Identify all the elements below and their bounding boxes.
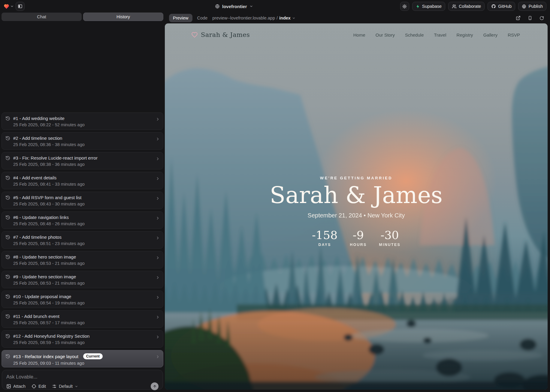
settings-button[interactable] [400, 2, 409, 11]
supabase-button[interactable]: Supabase [412, 2, 445, 11]
gear-icon [402, 4, 407, 9]
model-selector[interactable]: Default [52, 384, 78, 389]
edit-target-icon [32, 384, 36, 389]
history-item[interactable]: #8 - Update hero section image 25 Feb 20… [2, 251, 163, 268]
chevron-right-icon[interactable] [156, 117, 160, 121]
hero-title: Sarah & James [165, 183, 548, 207]
history-item-title: #9 - Update hero section image [13, 274, 76, 279]
chat-input[interactable]: Ask Lovable... [6, 374, 159, 380]
history-item-title: #2 - Add timeline section [13, 136, 62, 141]
history-list: #1 - Add wedding website 25 Feb 2025, 08… [2, 23, 163, 367]
github-button[interactable]: GitHub [488, 2, 515, 11]
history-item[interactable]: #4 - Add event details 25 Feb 2025, 08:4… [2, 172, 163, 189]
chevron-right-icon[interactable] [156, 275, 160, 280]
history-item-meta: 25 Feb 2025, 09:03 - 11 minutes ago [13, 361, 153, 366]
url-separator: / [277, 16, 278, 20]
attach-button[interactable]: Attach [6, 384, 26, 389]
history-clock-icon [5, 255, 10, 259]
chevron-down-icon [292, 16, 295, 20]
chevron-right-icon[interactable] [156, 256, 160, 260]
supabase-label: Supabase [422, 4, 442, 9]
chevron-right-icon[interactable] [156, 355, 160, 359]
site-header: Sarah & James HomeOur StoryScheduleTrave… [165, 23, 548, 38]
site-preview: Sarah & James HomeOur StoryScheduleTrave… [165, 23, 548, 390]
nav-link[interactable]: Home [353, 32, 365, 37]
refresh-icon [539, 16, 544, 20]
external-link-icon [516, 16, 521, 20]
github-label: GitHub [498, 4, 512, 9]
site-nav: HomeOur StoryScheduleTravelRegistryGalle… [353, 32, 520, 37]
history-item[interactable]: #7 - Add timeline photos 25 Feb 2025, 08… [2, 231, 163, 249]
open-external-button[interactable] [516, 16, 521, 20]
history-item[interactable]: #1 - Add wedding website 25 Feb 2025, 08… [2, 112, 163, 130]
history-item-title: #12 - Add Honeyfund Registry Section [13, 334, 89, 339]
history-clock-icon [5, 116, 10, 121]
mode-label: Default [59, 384, 73, 389]
history-item-title: #4 - Add event details [13, 175, 56, 180]
project-name: lovefrontier [222, 4, 247, 9]
mobile-icon [528, 16, 532, 20]
nav-link[interactable]: Travel [434, 32, 446, 37]
refresh-button[interactable] [539, 16, 544, 20]
edit-mode-button[interactable]: Edit [32, 384, 46, 389]
countdown-unit: -158DAYS [312, 229, 337, 247]
chevron-right-icon[interactable] [156, 335, 160, 339]
history-clock-icon [5, 235, 10, 240]
countdown-unit: -30MINUTES [379, 229, 400, 247]
toggle-sidebar-button[interactable] [16, 2, 25, 11]
chevron-right-icon[interactable] [156, 176, 160, 181]
collaborate-button[interactable]: Collaborate [448, 2, 485, 11]
heart-outline-icon [191, 32, 198, 38]
chevron-right-icon[interactable] [156, 236, 160, 240]
history-item-title: #7 - Add timeline photos [13, 235, 62, 240]
nav-link[interactable]: Our Story [376, 32, 395, 37]
history-item[interactable]: #2 - Add timeline section 25 Feb 2025, 0… [2, 132, 163, 150]
history-item[interactable]: #13 - Refactor index page layout Current… [2, 350, 163, 367]
chevron-right-icon[interactable] [156, 216, 160, 220]
history-item[interactable]: #11 - Add brunch event 25 Feb 2025, 08:5… [2, 310, 163, 328]
tab-preview[interactable]: Preview [169, 14, 192, 22]
site-brand[interactable]: Sarah & James [191, 31, 250, 38]
history-item[interactable]: #6 - Update navigation links 25 Feb 2025… [2, 211, 163, 229]
chevron-right-icon[interactable] [156, 315, 160, 319]
history-item[interactable]: #3 - Fix: Resolve Lucide-react import er… [2, 152, 163, 169]
chevron-down-icon [249, 4, 253, 8]
chat-history-panel: Chat History #1 - Add wedding website 25… [0, 13, 165, 392]
nav-link[interactable]: Schedule [405, 32, 424, 37]
sliders-icon [52, 384, 57, 389]
history-item-meta: 25 Feb 2025, 08:57 - 17 minutes ago [13, 320, 153, 325]
chevron-right-icon[interactable] [156, 295, 160, 300]
publish-button[interactable]: Publish [518, 2, 546, 11]
nav-link[interactable]: Registry [457, 32, 473, 37]
history-item[interactable]: #12 - Add Honeyfund Registry Section 25 … [2, 330, 163, 348]
chevron-right-icon[interactable] [156, 196, 160, 201]
chevron-right-icon[interactable] [156, 137, 160, 141]
chevron-right-icon[interactable] [156, 157, 160, 161]
history-item[interactable]: #10 - Update proposal image 25 Feb 2025,… [2, 291, 163, 308]
history-clock-icon [5, 334, 10, 339]
collaborate-label: Collaborate [459, 4, 481, 9]
project-switcher[interactable]: lovefrontier [215, 0, 253, 13]
history-item-meta: 25 Feb 2025, 08:38 - 36 minutes ago [13, 162, 153, 167]
preview-url[interactable]: preview--lovefrontier.lovable.app / inde… [212, 16, 295, 20]
countdown-label: MINUTES [379, 243, 400, 247]
site-brand-name: Sarah & James [201, 31, 250, 38]
history-item-meta: 25 Feb 2025, 08:51 - 23 minutes ago [13, 241, 153, 246]
tab-chat[interactable]: Chat [2, 13, 82, 21]
send-button[interactable] [151, 382, 159, 390]
countdown-value: -30 [379, 229, 400, 242]
lovable-logo-menu[interactable] [4, 4, 14, 9]
history-item[interactable]: #5 - Add RSVP form and guest list 25 Feb… [2, 192, 163, 209]
mobile-view-button[interactable] [528, 16, 532, 20]
countdown-label: HOURS [348, 243, 369, 247]
nav-link[interactable]: Gallery [483, 32, 498, 37]
publish-globe-icon [522, 4, 526, 9]
attach-label: Attach [13, 384, 26, 389]
history-item-meta: 25 Feb 2025, 08:43 - 30 minutes ago [13, 202, 153, 206]
nav-link[interactable]: RSVP [508, 32, 520, 37]
tab-code[interactable]: Code [197, 16, 208, 20]
countdown-value: -9 [348, 229, 369, 242]
history-item[interactable]: #9 - Update hero section image 25 Feb 20… [2, 271, 163, 288]
countdown-label: DAYS [312, 243, 337, 247]
tab-history[interactable]: History [83, 13, 163, 21]
